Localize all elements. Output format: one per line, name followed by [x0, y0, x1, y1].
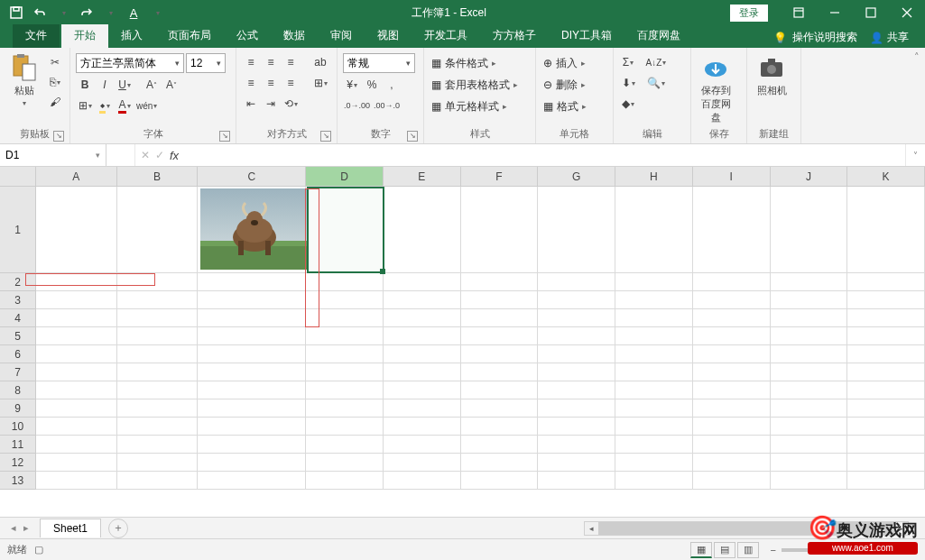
ribbon-options-icon[interactable]: [781, 0, 817, 25]
cell[interactable]: [771, 472, 848, 489]
cell[interactable]: [771, 399, 848, 417]
column-header[interactable]: I: [693, 167, 771, 186]
cell[interactable]: [771, 345, 848, 363]
column-header[interactable]: G: [538, 167, 615, 186]
cell[interactable]: [538, 418, 615, 435]
cell[interactable]: [538, 454, 615, 471]
cell[interactable]: [461, 454, 539, 471]
cell[interactable]: [36, 273, 117, 290]
cell[interactable]: [384, 187, 461, 272]
align-left-button[interactable]: ≡: [242, 74, 260, 92]
cell[interactable]: [847, 436, 925, 453]
tab-data[interactable]: 数据: [271, 24, 318, 48]
cell[interactable]: [693, 399, 771, 417]
fill-color-button[interactable]: ⬥▾: [96, 96, 114, 115]
cell[interactable]: [693, 454, 771, 471]
insert-cells-button[interactable]: ⊕插入▸: [541, 53, 587, 73]
cell[interactable]: [36, 345, 117, 363]
cell[interactable]: [615, 472, 693, 489]
row-header[interactable]: 1: [0, 187, 35, 273]
column-header[interactable]: K: [847, 167, 925, 186]
cell[interactable]: [117, 345, 199, 363]
cell[interactable]: [36, 327, 117, 344]
row-header[interactable]: 6: [0, 345, 35, 363]
italic-button[interactable]: I: [96, 76, 114, 94]
save-baidu-button[interactable]: 保存到 百度网盘: [697, 53, 735, 124]
cell[interactable]: [384, 399, 461, 417]
cell[interactable]: [771, 436, 848, 453]
cell[interactable]: [847, 291, 925, 308]
column-header[interactable]: F: [461, 167, 539, 186]
cell[interactable]: [198, 381, 306, 399]
cell[interactable]: [693, 363, 771, 381]
cell[interactable]: [538, 436, 615, 453]
cell[interactable]: [36, 472, 117, 489]
zoom-in-button[interactable]: ＋: [877, 543, 887, 556]
percent-button[interactable]: %: [363, 76, 381, 94]
cell[interactable]: [693, 291, 771, 308]
align-center-button[interactable]: ≡: [262, 74, 280, 92]
cell[interactable]: [36, 291, 117, 308]
cell[interactable]: [461, 345, 539, 363]
cell[interactable]: [461, 399, 539, 417]
undo-icon[interactable]: [29, 2, 51, 23]
cell[interactable]: [306, 454, 384, 471]
cell[interactable]: [461, 309, 539, 326]
cell[interactable]: [384, 291, 461, 308]
table-format-button[interactable]: ▦套用表格格式▸: [430, 75, 520, 95]
cell[interactable]: [306, 273, 384, 290]
row-header[interactable]: 7: [0, 363, 35, 381]
cell[interactable]: [847, 363, 925, 381]
font-size-combo[interactable]: 12▾: [186, 53, 226, 73]
sheet-nav-prev-icon[interactable]: ◂: [11, 522, 16, 534]
row-header[interactable]: 2: [0, 273, 35, 291]
cell[interactable]: [615, 454, 693, 471]
cell[interactable]: [384, 363, 461, 381]
cell[interactable]: [306, 381, 384, 399]
dialog-launcher-icon[interactable]: ↘: [320, 131, 331, 142]
cell[interactable]: [36, 363, 117, 381]
cell[interactable]: [117, 291, 199, 308]
cell[interactable]: [538, 363, 615, 381]
cell[interactable]: [538, 399, 615, 417]
cell[interactable]: [847, 381, 925, 399]
cell[interactable]: [847, 309, 925, 326]
cell[interactable]: [615, 187, 693, 272]
font-color-qat-icon[interactable]: A: [123, 2, 144, 23]
cell[interactable]: [384, 418, 461, 435]
horizontal-scrollbar[interactable]: ◂▸: [584, 521, 909, 536]
autosum-button[interactable]: Σ▾: [619, 53, 637, 71]
cell[interactable]: [198, 327, 306, 344]
underline-button[interactable]: U▾: [116, 76, 134, 94]
cell[interactable]: [36, 187, 117, 272]
dialog-launcher-icon[interactable]: ↘: [53, 131, 64, 142]
cell[interactable]: [384, 436, 461, 453]
cell[interactable]: [538, 187, 615, 272]
tab-review[interactable]: 审阅: [318, 24, 365, 48]
cell[interactable]: [117, 381, 199, 399]
row-header[interactable]: 10: [0, 418, 35, 436]
tab-layout[interactable]: 页面布局: [155, 24, 224, 48]
expand-formula-bar-icon[interactable]: ˅: [905, 144, 925, 166]
cell[interactable]: [615, 418, 693, 435]
cell[interactable]: [117, 436, 199, 453]
cell[interactable]: [693, 345, 771, 363]
cell[interactable]: [847, 399, 925, 417]
cell[interactable]: [117, 309, 199, 326]
cell[interactable]: [615, 291, 693, 308]
align-bottom-button[interactable]: ≡: [282, 53, 300, 71]
cell[interactable]: [615, 309, 693, 326]
cell[interactable]: [384, 309, 461, 326]
normal-view-button[interactable]: ▦: [690, 542, 712, 558]
sort-filter-button[interactable]: A↓Z▾: [644, 53, 668, 71]
cell[interactable]: [306, 399, 384, 417]
cell[interactable]: [36, 418, 117, 435]
select-all-corner[interactable]: [0, 167, 36, 187]
tab-file[interactable]: 文件: [13, 24, 60, 48]
share-button[interactable]: 👤 共享: [870, 30, 909, 45]
cell[interactable]: [306, 291, 384, 308]
row-header[interactable]: 5: [0, 327, 35, 345]
cell[interactable]: [538, 309, 615, 326]
cell[interactable]: [693, 381, 771, 399]
cell[interactable]: [538, 381, 615, 399]
